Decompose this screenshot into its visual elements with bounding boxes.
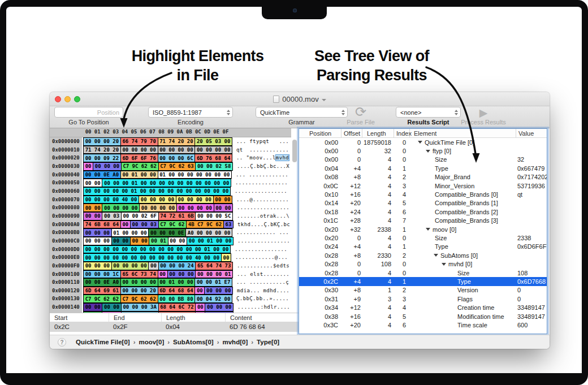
hex-ascii[interactable]: .......otrak...\ [237, 212, 289, 220]
hex-byte-group[interactable]: 6D6F6F76 [120, 154, 158, 162]
hex-row[interactable]: 0x00000D00000000000000000000000000001000… [50, 245, 299, 254]
hex-byte-group[interactable]: 00000000 [176, 204, 214, 212]
hex-ascii[interactable]: ....@........... [236, 196, 289, 204]
hex-byte-group[interactable]: 746B6864 [83, 220, 121, 229]
tree-header-row[interactable]: PositionOffsetLengthIndexElementValue [299, 129, 547, 138]
document-proxy-icon[interactable] [273, 96, 279, 103]
hex-byte-group[interactable]: 00000000 [111, 262, 149, 270]
hex-ascii[interactable]: tkhd....Ç.bKÇ.bc [237, 220, 290, 229]
tree-element[interactable]: Compatible_Brands [3] [410, 217, 516, 224]
tree-element[interactable]: Minor_Version [410, 183, 516, 189]
hex-row[interactable]: 0x0000140000000000000003A68646C720000000… [50, 303, 299, 312]
hex-byte-group[interactable]: 00000020 [83, 137, 121, 146]
hex-ascii[interactable]: ... ftypqt ... [236, 137, 289, 146]
hex-byte-group[interactable]: 0000001C [83, 270, 121, 279]
hex-byte-group[interactable]: 00 [194, 287, 205, 295]
hex-byte-group[interactable]: 6D646961 [83, 287, 121, 295]
tree-element[interactable]: Compatible_Brands [2] [410, 209, 516, 215]
hex-byte-group[interactable]: 0001 [149, 237, 168, 245]
hex-byte-group[interactable]: 000000000000000000000000400000 [83, 253, 222, 262]
hex-byte-group[interactable]: 0000BB80 [158, 295, 196, 303]
hex-row[interactable]: 0x00001000000001C656C7374000000000000000… [50, 270, 299, 279]
hex-byte-group[interactable]: 0000 [83, 212, 102, 220]
hex-byte-group[interactable]: 00000001 [195, 270, 233, 279]
hex-byte-group[interactable]: 0000003A [121, 303, 159, 312]
hex-row[interactable]: 0x00000F00000000000000000000000246564747… [50, 262, 299, 270]
hex-ascii[interactable]: ................ [235, 245, 287, 254]
tree-row[interactable]: 0x0C+1243Minor_Version53719936 [299, 181, 547, 190]
disclosure-triangle-icon[interactable] [426, 228, 430, 231]
tree-row[interactable]: 0x20040Size2338 [299, 233, 547, 242]
tree-row[interactable]: 0x08+842Major_Brand0x7174202 [299, 173, 547, 181]
hex-ascii[interactable]: ................ [237, 204, 289, 212]
hex-byte-group[interactable]: 71742020 [83, 146, 121, 154]
tree-row[interactable]: 0x18+2446Compatible_Brands [2] [299, 207, 547, 216]
breadcrumb-item[interactable]: mvhd[0] [222, 339, 248, 345]
tree-header-length[interactable]: Length [362, 129, 394, 137]
hex-byte-group[interactable]: 00000000000000000000000000010000 [83, 245, 231, 254]
tree-element[interactable]: QuickTime File [0] [410, 139, 516, 146]
tree-element[interactable]: Major_Brand [410, 174, 516, 180]
hex-byte-group[interactable]: 000000 [93, 162, 122, 171]
tree-element[interactable]: Compatible_Brands [0] [410, 191, 516, 198]
hex-byte-group[interactable]: 0000005C [195, 212, 233, 220]
hex-ascii[interactable]: .. "moov...lmvhd [236, 154, 289, 162]
hex-byte-group[interactable]: 00000EA0 [83, 278, 121, 287]
hex-byte-group[interactable]: 000000004000 [83, 196, 139, 204]
hex-byte-group[interactable]: 0000010000 [187, 237, 234, 245]
hex-byte-group[interactable]: 00000000 [158, 146, 196, 154]
tree-header-value[interactable]: Value [516, 129, 547, 137]
results-tree-panel[interactable]: PositionOffsetLengthIndexElementValue 0x… [299, 129, 547, 334]
hex-row[interactable]: 0x00000500000000000010000000000000000000… [50, 179, 299, 187]
tree-header-index[interactable]: Index [394, 129, 410, 137]
hex-byte-group[interactable]: 0000 [213, 196, 232, 204]
hex-byte-group[interactable]: C79C6263 [158, 162, 196, 171]
hex-byte-group[interactable]: 0000000E [148, 228, 186, 237]
hex-byte-group[interactable]: 00000000 [194, 146, 232, 154]
hex-byte-group[interactable]: 00 [120, 220, 131, 229]
disclosure-triangle-icon[interactable] [442, 263, 446, 266]
tree-row[interactable]: 0x1C+2847Compatible_Brands [3] [299, 217, 547, 225]
tree-row[interactable]: 0x2801080mvhd [0] [299, 259, 547, 268]
title-bar[interactable]: 00000.mov [50, 92, 550, 106]
hex-byte-group[interactable]: 4BC79C62 [186, 220, 224, 229]
tree-element[interactable]: Type [410, 165, 516, 172]
breadcrumb-item[interactable]: moov[0] [139, 339, 165, 345]
hex-byte-group[interactable]: 00 [148, 262, 158, 270]
hex-byte-group[interactable]: 01000000 [111, 228, 149, 237]
breadcrumb-item[interactable]: SubAtoms[0] [173, 339, 214, 345]
tree-element[interactable]: Modification time [410, 313, 516, 320]
tree-element[interactable]: Compatible_Brands [1] [410, 200, 516, 206]
hex-byte-group[interactable]: 0000 [83, 204, 102, 212]
hex-byte-group[interactable]: 00000EA0 [83, 171, 121, 179]
breadcrumb-item[interactable]: QuickTime File[0] [76, 339, 130, 345]
hex-byte-group[interactable]: 656C7374 [120, 270, 158, 279]
hex-row[interactable]: 0x00000E00000000000000000000000004000000… [50, 253, 299, 262]
tree-row[interactable]: 0x3C+2046Time scale600 [299, 321, 547, 329]
tree-element[interactable]: Size [410, 270, 516, 276]
hex-ascii[interactable]: ... ...........ç [236, 278, 289, 287]
hex-row[interactable]: 0x00000800000000000000000000000000000000… [50, 204, 299, 212]
hex-row[interactable]: 0x00000700000000040000000000000000000000… [50, 196, 299, 204]
hex-byte-group[interactable]: 00 [221, 253, 231, 262]
hex-row[interactable]: 0x0000020000009226D6F6F760000006C6D76686… [50, 154, 299, 162]
hex-scrollbar-thumb[interactable] [292, 140, 297, 162]
hex-byte-group[interactable]: 000000 [204, 287, 233, 295]
hex-row[interactable]: 0x000011000000EA00000000000010000000001E… [50, 278, 299, 287]
hex-row[interactable]: 0x000004000000EA000010000010000000000000… [50, 171, 299, 179]
tree-element[interactable]: Flags [410, 296, 516, 302]
hex-byte-group[interactable]: 7472616B [158, 212, 196, 220]
hex-ascii[interactable]: ....Ç.bbÇ.bc...X [237, 162, 289, 171]
tree-element[interactable]: Type [410, 278, 516, 285]
hex-byte-group[interactable]: 65647473 [195, 262, 233, 270]
tree-element[interactable]: Version [410, 287, 516, 293]
tree-row[interactable]: 0x000320ftyp [0] [299, 146, 547, 155]
hex-byte-group[interactable]: 68646C72 [158, 303, 196, 312]
hex-row[interactable]: 0x00000A0746B686400000003C79C624BC79C626… [50, 220, 299, 229]
hex-ascii[interactable]: qt ............ [236, 146, 289, 154]
hex-byte-group[interactable]: C79C62 [158, 220, 187, 229]
tree-header-offset[interactable]: Offset [341, 129, 362, 137]
hex-byte-group[interactable]: 000000 [167, 270, 196, 279]
tree-row[interactable]: 0x10+1644Compatible_Brands [0]qt [299, 190, 547, 198]
hex-byte-group[interactable]: 0000006C [158, 154, 196, 162]
